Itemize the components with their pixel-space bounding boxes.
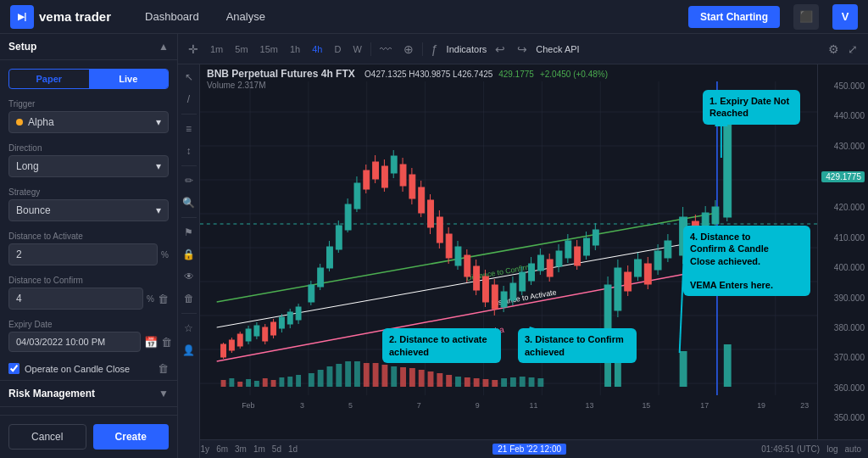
distance-activate-label: Distance to Activate xyxy=(8,232,169,241)
period-1d[interactable]: 1d xyxy=(288,444,298,454)
expiry-date-input[interactable] xyxy=(8,332,141,352)
expiry-delete-icon[interactable]: 🗑 xyxy=(161,336,172,349)
tf-w[interactable]: W xyxy=(349,42,364,56)
price-410: 410.000 xyxy=(821,233,865,243)
period-5d[interactable]: 5d xyxy=(272,444,281,454)
svg-text:Feb: Feb xyxy=(242,401,254,410)
main-layout: Setup ▲ Paper Live Trigger Alpha ▾ Direc… xyxy=(0,34,868,458)
distance-activate-unit: % xyxy=(161,250,169,260)
price-390: 390.000 xyxy=(821,293,865,303)
line-tool[interactable]: / xyxy=(180,90,198,109)
indicators-button[interactable]: Indicators xyxy=(447,44,487,54)
create-button[interactable]: Create xyxy=(93,424,170,450)
undo-icon[interactable]: ↩ xyxy=(492,41,509,58)
expiry-calendar-icon[interactable]: 📅 xyxy=(144,336,158,349)
nav-analyse[interactable]: Analyse xyxy=(220,7,272,26)
operate-candle-checkbox[interactable] xyxy=(8,363,19,374)
tf-4h[interactable]: 4h xyxy=(309,42,326,56)
current-price: 429.1775 xyxy=(498,70,534,79)
nav-dashboard[interactable]: Dashboard xyxy=(138,7,206,26)
setup-collapse-icon[interactable]: ▲ xyxy=(159,41,169,53)
check-api-button[interactable]: Check API xyxy=(536,44,579,54)
svg-text:19: 19 xyxy=(757,401,765,410)
risk-collapse-icon[interactable]: ▼ xyxy=(159,388,169,399)
fullscreen-icon[interactable]: ⤢ xyxy=(844,41,861,58)
scale-auto[interactable]: auto xyxy=(845,444,861,454)
svg-rect-142 xyxy=(279,377,284,387)
period-6m[interactable]: 6m xyxy=(216,444,228,454)
logo-text: vema trader xyxy=(39,9,111,24)
strategy-select[interactable]: Bounce ▾ xyxy=(8,199,169,221)
distance-activate-input[interactable] xyxy=(8,243,158,265)
start-charting-button[interactable]: Start Charting xyxy=(688,6,780,28)
svg-rect-139 xyxy=(254,381,259,387)
period-1y[interactable]: 1y xyxy=(201,444,210,454)
callout-4-line2: Confirm & Candle xyxy=(690,243,769,254)
chart-settings-icon[interactable]: ⚙ xyxy=(828,42,839,56)
fib-tool[interactable]: ≡ xyxy=(180,120,198,138)
distance-confirm-delete-icon[interactable]: 🗑 xyxy=(158,293,169,305)
indicators-chart-icon[interactable]: ƒ xyxy=(428,41,442,58)
tf-5m[interactable]: 5m xyxy=(231,42,251,56)
flag-tool[interactable]: ⚑ xyxy=(180,223,198,242)
price-450: 450.000 xyxy=(821,81,865,91)
ruler-tool[interactable]: ✏ xyxy=(180,171,198,190)
monitor-icon-button[interactable]: ⬛ xyxy=(793,4,819,30)
crosshair-icon[interactable]: ✛ xyxy=(185,41,202,58)
svg-rect-166 xyxy=(501,378,507,387)
trash-tool[interactable]: 🗑 xyxy=(180,289,198,308)
price-360: 360.000 xyxy=(821,383,865,393)
chart-tools-panel: ↖ / ≡ ↕ ✏ 🔍 ⚑ 🔒 👁 🗑 ☆ 👤 xyxy=(178,64,200,458)
scale-log[interactable]: log xyxy=(826,444,837,454)
tool-divider-1 xyxy=(181,114,197,114)
operate-candle-delete-icon[interactable]: 🗑 xyxy=(158,362,169,375)
cursor-tool[interactable]: ↖ xyxy=(180,68,198,87)
svg-rect-152 xyxy=(373,363,379,387)
svg-rect-133 xyxy=(724,115,732,217)
paper-toggle[interactable]: Paper xyxy=(9,70,89,88)
tf-15m[interactable]: 15m xyxy=(257,42,281,56)
cancel-button[interactable]: Cancel xyxy=(8,424,86,450)
zoom-tool[interactable]: 🔍 xyxy=(180,193,198,212)
callout-4-line3: Close achieved. xyxy=(690,256,760,266)
period-3m[interactable]: 3m xyxy=(235,444,247,454)
trigger-label: Trigger xyxy=(8,99,169,109)
star-tool[interactable]: ☆ xyxy=(180,319,198,338)
price-350: 350.000 xyxy=(821,413,865,422)
eye-tool[interactable]: 👁 xyxy=(180,267,198,286)
distance-activate-field: Distance to Activate % xyxy=(0,226,177,271)
svg-rect-148 xyxy=(336,364,342,387)
user-icon-button[interactable]: V xyxy=(832,4,858,30)
sidebar: Setup ▲ Paper Live Trigger Alpha ▾ Direc… xyxy=(0,34,178,458)
price-current: 429.1775 xyxy=(821,171,865,182)
redo-icon[interactable]: ↪ xyxy=(514,41,531,58)
period-1m[interactable]: 1m xyxy=(253,444,265,454)
price-430: 430.000 xyxy=(821,142,865,151)
callout-4-line1: 4. Distance to xyxy=(690,232,751,242)
tf-1h[interactable]: 1h xyxy=(287,42,303,56)
direction-select[interactable]: Long ▾ xyxy=(8,155,169,177)
svg-text:3: 3 xyxy=(300,401,304,410)
live-toggle[interactable]: Live xyxy=(89,70,169,88)
distance-confirm-field: Distance to Confirm % 🗑 xyxy=(0,271,177,315)
distance-confirm-input[interactable] xyxy=(8,288,143,310)
chart-bar-icon[interactable]: ⊕ xyxy=(400,41,417,58)
person-tool[interactable]: 👤 xyxy=(180,341,198,360)
svg-rect-103 xyxy=(565,241,571,258)
lock-tool[interactable]: 🔒 xyxy=(180,245,198,264)
callout-1-text: 1. Expiry Date Not Reached xyxy=(709,96,789,118)
svg-rect-59 xyxy=(364,170,370,189)
operate-candle-label: Operate on Candle Close xyxy=(25,364,153,374)
callout-expiry: 1. Expiry Date Not Reached xyxy=(703,90,800,125)
tf-d[interactable]: D xyxy=(331,42,344,56)
svg-rect-155 xyxy=(400,367,406,387)
svg-rect-147 xyxy=(327,366,333,387)
trigger-select[interactable]: Alpha ▾ xyxy=(8,111,169,133)
arrow-tool[interactable]: ↕ xyxy=(180,142,198,160)
chart-type-icon[interactable]: 〰 xyxy=(376,41,395,58)
svg-text:15: 15 xyxy=(642,401,650,410)
distance-confirm-unit: % xyxy=(147,294,154,304)
symbol-bar: BNB Perpetual Futures 4h FTX O427.1325 H… xyxy=(200,64,868,93)
tf-1m[interactable]: 1m xyxy=(207,42,226,56)
direction-field: Direction Long ▾ xyxy=(0,138,177,182)
